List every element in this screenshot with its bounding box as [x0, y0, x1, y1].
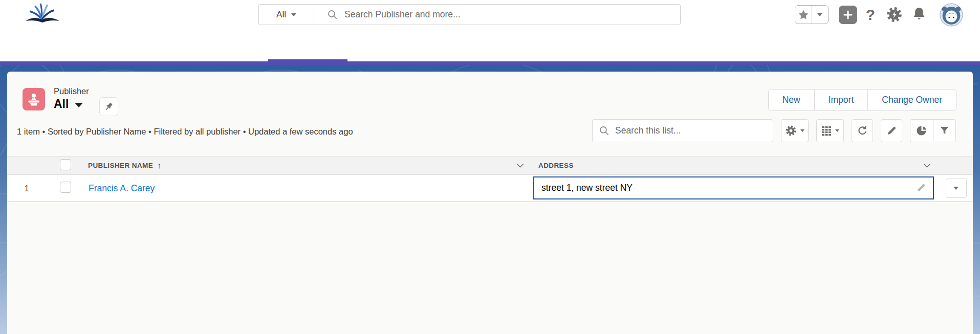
row-actions-button[interactable] [946, 179, 967, 198]
table-grid-icon [821, 126, 832, 136]
address-cell: street 1, new street NY [532, 175, 939, 202]
column-menu-icon[interactable] [923, 163, 931, 168]
edit-pencil-icon[interactable] [916, 183, 926, 193]
chevron-down-icon [835, 129, 839, 132]
company-logo-icon [23, 3, 62, 29]
record-link[interactable]: Francis A. Carey [89, 183, 155, 193]
setup-gear-icon [886, 6, 903, 23]
search-scope-label: All [276, 10, 286, 20]
search-scope-button[interactable]: All [259, 5, 314, 25]
list-search-input[interactable] [592, 119, 773, 142]
row-number: 1 [7, 184, 46, 193]
change-owner-button[interactable]: Change Owner [867, 89, 956, 111]
caret-down-icon [953, 187, 959, 190]
global-search-input[interactable] [337, 9, 680, 20]
display-as-button[interactable] [816, 119, 844, 142]
chart-filter-group [910, 119, 956, 142]
inline-edit-button[interactable] [881, 119, 902, 142]
list-view-controls-button[interactable] [781, 119, 809, 142]
brand-accent-line [0, 61, 980, 65]
chevron-down-icon [817, 13, 822, 16]
scope-caret-icon [291, 13, 296, 16]
global-actions-button[interactable] [839, 6, 857, 24]
list-action-buttons: New Import Change Owner [768, 89, 956, 111]
funnel-icon [940, 126, 949, 136]
view-label: All [54, 97, 69, 111]
avatar-astro-icon [940, 3, 963, 27]
app-window: All ? [0, 0, 980, 334]
app-navigation-bar: Library Manageme... Books Publisher Read… [0, 30, 980, 61]
address-value: street 1, new street NY [541, 183, 633, 193]
column-menu-icon[interactable] [516, 163, 524, 168]
list-search [592, 119, 773, 142]
help-button[interactable]: ? [863, 5, 878, 25]
list-status-text: 1 item • Sorted by Publisher Name • Filt… [17, 127, 353, 137]
gear-icon [785, 125, 797, 137]
setup-button[interactable] [886, 6, 903, 23]
pie-chart-icon [917, 125, 927, 136]
refresh-button[interactable] [852, 119, 873, 142]
bell-icon [911, 7, 927, 22]
filter-button[interactable] [933, 120, 955, 142]
new-button[interactable]: New [768, 89, 815, 111]
table-row: 1 Francis A. Carey street 1, new street … [7, 175, 973, 202]
user-avatar[interactable] [940, 3, 963, 27]
column-header-publisher-name[interactable]: PUBLISHER NAME ↑ [82, 157, 532, 174]
address-inline-edit-cell[interactable]: street 1, new street NY [533, 176, 934, 199]
charts-button[interactable] [910, 120, 933, 142]
pencil-icon [886, 126, 897, 136]
notifications-button[interactable] [911, 7, 927, 22]
table-header-row: PUBLISHER NAME ↑ ADDRESS [7, 156, 973, 175]
list-view-card: Publisher All New Import Change Owner 1 … [7, 72, 973, 334]
list-view-selector[interactable]: All [54, 97, 89, 111]
pin-icon [104, 102, 114, 112]
plus-icon [843, 10, 853, 19]
pin-list-button[interactable] [99, 97, 118, 116]
import-button[interactable]: Import [814, 89, 868, 111]
favorites-dropdown-button[interactable] [812, 6, 829, 24]
global-header: All ? [0, 0, 980, 30]
favorites-button-group [795, 5, 829, 24]
favorite-star-button[interactable] [795, 6, 812, 24]
chevron-down-icon [800, 129, 804, 132]
search-icon [328, 10, 337, 19]
search-icon [599, 126, 609, 138]
global-search: All [258, 4, 681, 25]
refresh-icon [857, 125, 868, 136]
column-header-address[interactable]: ADDRESS [532, 157, 939, 174]
publisher-object-icon [23, 88, 45, 110]
view-caret-icon [75, 103, 83, 107]
select-all-checkbox[interactable] [60, 159, 71, 170]
row-checkbox[interactable] [60, 182, 71, 193]
publisher-name-cell: Francis A. Carey [82, 183, 532, 194]
entity-label: Publisher [54, 86, 89, 96]
list-title-block: Publisher All [54, 86, 89, 111]
sort-ascending-icon: ↑ [157, 161, 161, 170]
list-controls [592, 119, 956, 142]
star-icon [798, 9, 809, 20]
